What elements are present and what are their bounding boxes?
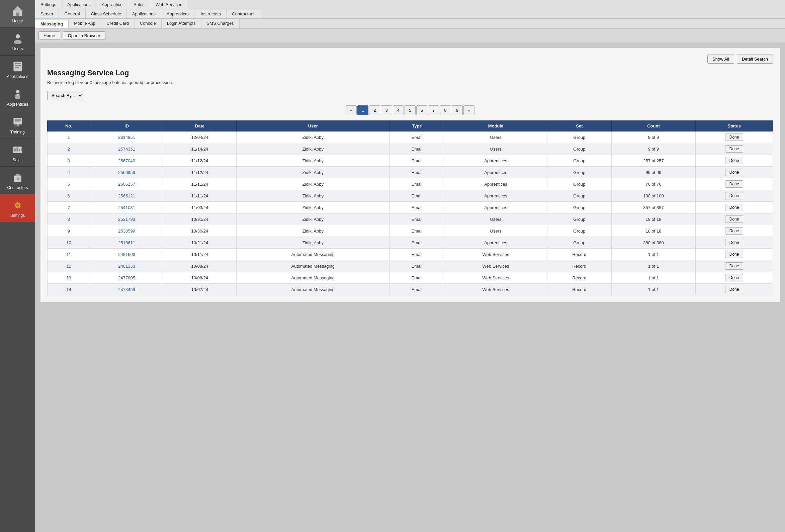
done-button[interactable]: Done xyxy=(725,133,743,141)
sidebar-item-training[interactable]: Training xyxy=(0,111,35,139)
content-card: Show All Detail Search Messaging Service… xyxy=(40,48,780,302)
cell-type: Email xyxy=(389,190,444,202)
nav-tab-settings[interactable]: Settings xyxy=(35,0,62,9)
cell-id[interactable]: 2510611 xyxy=(90,237,163,249)
done-button[interactable]: Done xyxy=(725,274,743,281)
cell-type: Email xyxy=(389,178,444,190)
sidebar-item-apprentices[interactable]: Apprentices xyxy=(0,83,35,111)
page-title: Messaging Service Log xyxy=(47,69,773,77)
main-content: Settings Applications Apprentice Sales W… xyxy=(35,0,785,532)
done-button[interactable]: Done xyxy=(725,157,743,164)
cell-count: 357 of 357 xyxy=(611,202,695,213)
nav-tab-sales[interactable]: Sales xyxy=(128,0,150,9)
pagination-prev[interactable]: « xyxy=(346,105,357,115)
pagination-page-3[interactable]: 3 xyxy=(381,105,392,115)
pagination-next[interactable]: » xyxy=(463,105,475,115)
sidebar-item-applications[interactable]: Applications xyxy=(0,55,35,83)
nav-tab-server[interactable]: Server xyxy=(35,9,59,18)
cell-count: 18 of 18 xyxy=(611,213,695,225)
cell-id[interactable]: 2565157 xyxy=(90,178,163,190)
nav-tab-credit-card[interactable]: Credit Card xyxy=(101,19,134,28)
settings-icon xyxy=(11,198,24,212)
cell-id[interactable]: 2565121 xyxy=(90,190,163,202)
cell-id[interactable]: 2530599 xyxy=(90,225,163,237)
done-button[interactable]: Done xyxy=(725,192,743,199)
done-button[interactable]: Done xyxy=(725,227,743,234)
show-all-button[interactable]: Show All xyxy=(707,54,734,64)
pagination-page-4[interactable]: 4 xyxy=(393,105,404,115)
cell-status: Done xyxy=(696,284,773,296)
cell-module: Web Services xyxy=(445,284,548,296)
nav-tab-instructors[interactable]: Instructors xyxy=(196,9,227,18)
nav-tab-applications[interactable]: Applications xyxy=(62,0,96,9)
cell-status: Done xyxy=(696,190,773,202)
svg-rect-17 xyxy=(15,126,20,126)
sidebar-item-sales[interactable]: Sales xyxy=(0,139,35,167)
nav-tab-messaging[interactable]: Messaging xyxy=(35,19,69,28)
done-button[interactable]: Done xyxy=(725,251,743,258)
sidebar-item-users[interactable]: Users xyxy=(0,28,35,55)
pagination-page-7[interactable]: 7 xyxy=(428,105,439,115)
table-row: 13 2477805 10/08/24 Automated Messaging … xyxy=(48,272,773,284)
cell-id[interactable]: 2566959 xyxy=(90,167,163,178)
svg-point-4 xyxy=(14,40,21,45)
svg-point-27 xyxy=(16,204,19,207)
nav-tab-apprentices[interactable]: Apprentices xyxy=(161,9,196,18)
detail-search-button[interactable]: Detail Search xyxy=(737,54,773,64)
done-button[interactable]: Done xyxy=(725,169,743,176)
cell-id[interactable]: 2567049 xyxy=(90,155,163,167)
table-row: 6 2565121 11/11/24 Zidik, Abby Email App… xyxy=(48,190,773,202)
cell-id[interactable]: 2491603 xyxy=(90,249,163,260)
cell-id[interactable]: 2477805 xyxy=(90,272,163,284)
cell-id[interactable]: 2614851 xyxy=(90,131,163,143)
pagination-page-5[interactable]: 5 xyxy=(405,105,415,115)
open-in-browser-button[interactable]: Open in Browser xyxy=(63,31,105,40)
done-button[interactable]: Done xyxy=(725,262,743,270)
cell-type: Email xyxy=(389,143,444,155)
done-button[interactable]: Done xyxy=(725,239,743,246)
nav-tab-class-schedule[interactable]: Class Schedule xyxy=(86,9,127,18)
pagination-page-1[interactable]: 1 xyxy=(357,105,369,115)
table-row: 8 2531793 10/31/24 Zidik, Abby Email Use… xyxy=(48,213,773,225)
nav-tab-mobile-app[interactable]: Mobile App xyxy=(69,19,101,28)
cell-id[interactable]: 2531793 xyxy=(90,213,163,225)
cell-date: 12/04/24 xyxy=(163,131,236,143)
nav-tab-contractors[interactable]: Contractors xyxy=(227,9,260,18)
nav-tab-login-attempts[interactable]: Login Attempts xyxy=(161,19,201,28)
done-button[interactable]: Done xyxy=(725,216,743,223)
done-button[interactable]: Done xyxy=(725,180,743,188)
sidebar-item-contractors[interactable]: Contractors xyxy=(0,167,35,195)
nav-tab-sms-charges[interactable]: SMS Charges xyxy=(201,19,239,28)
nav-tab-general[interactable]: General xyxy=(59,9,85,18)
nav-tab-apprentice[interactable]: Apprentice xyxy=(96,0,128,9)
sidebar-item-training-label: Training xyxy=(10,130,25,134)
nav-row-3: Messaging Mobile App Credit Card Console… xyxy=(35,19,785,29)
cell-id[interactable]: 2541031 xyxy=(90,202,163,213)
pagination-page-9[interactable]: 9 xyxy=(452,105,463,115)
svg-rect-8 xyxy=(15,67,19,68)
sidebar-item-home[interactable]: Home xyxy=(0,0,35,28)
svg-marker-1 xyxy=(13,6,22,11)
svg-point-3 xyxy=(16,34,20,39)
cell-id[interactable]: 2473459 xyxy=(90,284,163,296)
cell-user: Zidik, Abby xyxy=(236,225,389,237)
cell-date: 10/07/24 xyxy=(163,284,236,296)
done-button[interactable]: Done xyxy=(725,145,743,153)
col-header-module: Module xyxy=(445,121,548,131)
search-by-select[interactable]: Search By... xyxy=(47,91,83,100)
done-button[interactable]: Done xyxy=(725,286,743,293)
nav-tab-console[interactable]: Console xyxy=(134,19,161,28)
pagination-page-6[interactable]: 6 xyxy=(416,105,427,115)
cell-user: Zidik, Abby xyxy=(236,155,389,167)
pagination-page-2[interactable]: 2 xyxy=(369,105,380,115)
pagination-page-8[interactable]: 8 xyxy=(440,105,451,115)
cell-id[interactable]: 2574351 xyxy=(90,143,163,155)
nav-tab-applications-2[interactable]: Applications xyxy=(127,9,161,18)
home-button[interactable]: Home xyxy=(39,31,60,40)
cell-id[interactable]: 2481353 xyxy=(90,260,163,272)
cell-status: Done xyxy=(696,167,773,178)
nav-tab-web-services[interactable]: Web Services xyxy=(150,0,188,9)
sidebar-item-settings[interactable]: Settings xyxy=(0,195,35,222)
done-button[interactable]: Done xyxy=(725,204,743,211)
sidebar-item-sales-label: Sales xyxy=(12,158,22,162)
